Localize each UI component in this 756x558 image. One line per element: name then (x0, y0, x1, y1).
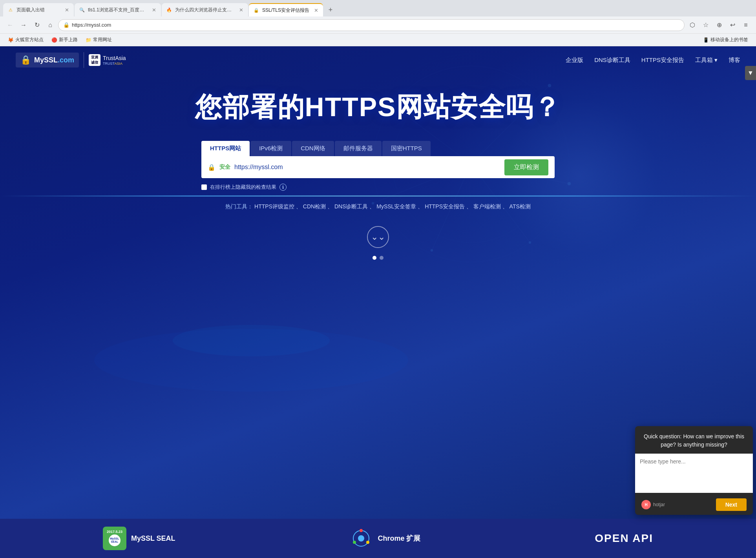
zoom-button[interactable]: ↩ (727, 20, 738, 31)
nav-dns[interactable]: DNS诊断工具 (594, 57, 630, 64)
trustasia-text-block: TrustAsia TRUSTASIA (103, 55, 126, 66)
tab-3-close[interactable]: ✕ (239, 7, 243, 13)
common-icon: 📁 (86, 37, 91, 43)
tab-4[interactable]: 🔒 SSL/TLS安全评估报告 ✕ (249, 3, 323, 16)
bottom-bar: 2017.5.23 MySSLSEAL MySSL SEAL (0, 519, 756, 558)
hotjar-label: hotjar (653, 502, 665, 507)
bookmark-firefox-label: 火狐官方站点 (15, 36, 44, 43)
sep-6: 、 (502, 203, 508, 210)
bookmark-firefox[interactable]: 🦊 火狐官方站点 (5, 36, 47, 44)
search-button[interactable]: 立即检测 (504, 159, 548, 175)
bookmark-newbie-label: 新手上路 (59, 36, 78, 43)
tab-2-title: tls1.1浏览器不支持_百度搜索 (88, 7, 147, 13)
dot-2[interactable] (380, 256, 383, 260)
tool-dns[interactable]: DNS诊断工具 (334, 203, 368, 210)
tool-client[interactable]: 客户端检测 (473, 203, 501, 210)
address-lock-icon: 🔒 (63, 22, 69, 28)
site-nav-links: 企业版 DNS诊断工具 HTTPS安全报告 工具箱 ▾ 博客 (566, 57, 740, 64)
nav-blog[interactable]: 博客 (729, 57, 740, 64)
svg-point-23 (360, 529, 363, 532)
seal-text: MySSL SEAL (131, 534, 175, 543)
nav-https-report[interactable]: HTTPS安全报告 (641, 57, 684, 64)
new-tab-button[interactable]: + (324, 3, 337, 16)
myssl-page: 🔒 MySSL.com 亚洲诚信 TrustAsia TRUSTASIA (0, 46, 756, 558)
side-collapse-button[interactable]: ▼ (745, 66, 756, 80)
tool-cdn[interactable]: CDN检测 (303, 203, 326, 210)
tab-guomi[interactable]: 国密HTTPS (382, 141, 431, 156)
bookmark-mobile[interactable]: 📱 移动设备上的书签 (700, 36, 751, 44)
feedback-footer: H hotjar Next (635, 494, 753, 515)
logo-trustasia: 亚洲诚信 TrustAsia TRUSTASIA (89, 54, 126, 66)
hot-tools: 热门工具： HTTPS评级监控 、 CDN检测 、 DNS诊断工具 、 MySS… (225, 203, 531, 210)
bookmark-button[interactable]: ☆ (700, 20, 711, 31)
info-icon[interactable]: ℹ (279, 184, 287, 191)
logo-text: MySSL.com (34, 56, 74, 64)
search-container: HTTPS网站 IPv6检测 CDN网络 邮件服务器 国密HTTPS 🔒 安全 … (201, 141, 555, 191)
tool-ats[interactable]: ATS检测 (509, 203, 531, 210)
tab-2[interactable]: 🔍 tls1.1浏览器不支持_百度搜索 ✕ (75, 3, 161, 16)
feedback-widget: Quick question: How can we improve this … (635, 426, 753, 515)
tab-mail[interactable]: 邮件服务器 (335, 141, 382, 156)
reload-button[interactable]: ↻ (31, 20, 42, 31)
nav-enterprise[interactable]: 企业版 (566, 57, 583, 64)
tab-https[interactable]: HTTPS网站 (201, 141, 250, 156)
download-button[interactable]: ⊕ (714, 20, 725, 31)
tool-seal[interactable]: MySSL安全签章 (376, 203, 416, 210)
toolbar: ← → ↻ ⌂ 🔒 https://myssl.com ⬡ ☆ ⊕ ↩ ≡ (0, 16, 756, 34)
back-button[interactable]: ← (5, 20, 16, 31)
logo-lock-icon: 🔒 (20, 55, 31, 65)
svg-point-24 (366, 541, 369, 544)
dot-1[interactable] (373, 256, 376, 260)
next-button[interactable]: Next (716, 498, 747, 511)
tab-cdn[interactable]: CDN网络 (292, 141, 334, 156)
extensions-button[interactable]: ⬡ (687, 20, 698, 31)
site-logo: 🔒 MySSL.com 亚洲诚信 TrustAsia TRUSTASIA (16, 52, 126, 68)
logo-com: .com (58, 56, 74, 64)
tab-2-close[interactable]: ✕ (152, 7, 156, 13)
newbie-icon: 🔴 (51, 37, 57, 43)
tab-4-close[interactable]: ✕ (314, 7, 318, 13)
feedback-header: Quick question: How can we improve this … (635, 426, 753, 454)
home-button[interactable]: ⌂ (45, 20, 56, 31)
hero-title: 您部署的HTTPS网站安全吗？ (195, 89, 561, 125)
seal-icon: 2017.5.23 MySSLSEAL (103, 527, 126, 550)
sep-4: 、 (418, 203, 423, 210)
nav-toolbox-label: 工具箱 (695, 57, 713, 64)
sep-5: 、 (466, 203, 472, 210)
toolbar-right: ⬡ ☆ ⊕ ↩ ≡ (687, 20, 751, 31)
hotjar-branding: H hotjar (641, 500, 665, 509)
tab-1[interactable]: ⚠ 页面载入出错 ✕ (3, 3, 74, 16)
hotjar-icon: H (641, 500, 651, 509)
search-bar: 🔒 安全 立即检测 (201, 156, 555, 178)
trustasia-tagline: TRUSTASIA (103, 62, 126, 66)
search-input[interactable] (234, 164, 500, 171)
search-lock-icon: 🔒 (208, 164, 215, 171)
feedback-textarea[interactable] (635, 454, 753, 493)
tab-3[interactable]: 🔥 为什么四大浏览器停止支持TLS... ✕ (162, 3, 248, 16)
chrome-text: Chrome 扩展 (378, 534, 420, 543)
tab-lock-icon: 🔒 (254, 7, 259, 13)
svg-point-25 (353, 541, 356, 544)
hide-checkbox[interactable] (201, 184, 207, 190)
tab-bar: ⚠ 页面载入出错 ✕ 🔍 tls1.1浏览器不支持_百度搜索 ✕ 🔥 为什么四大… (0, 0, 756, 16)
bottom-api: OPEN API (595, 532, 653, 545)
scroll-indicator[interactable]: ⌄⌄ (367, 226, 389, 248)
tab-1-close[interactable]: ✕ (65, 7, 69, 13)
menu-button[interactable]: ≡ (740, 20, 751, 31)
slider-dots (373, 256, 383, 260)
bookmark-newbie[interactable]: 🔴 新手上路 (48, 36, 81, 44)
mobile-icon: 📱 (703, 37, 709, 43)
forward-button[interactable]: → (18, 20, 29, 31)
bottom-seal: 2017.5.23 MySSLSEAL MySSL SEAL (103, 527, 175, 550)
collapse-icon: ▼ (747, 69, 754, 77)
tab-ipv6[interactable]: IPv6检测 (250, 141, 291, 156)
address-url: https://myssl.com (72, 22, 679, 28)
nav-toolbox[interactable]: 工具箱 ▾ (695, 57, 718, 64)
address-bar[interactable]: 🔒 https://myssl.com (58, 19, 685, 31)
bookmark-common[interactable]: 📁 常用网址 (82, 36, 115, 44)
tool-https-monitor[interactable]: HTTPS评级监控 (254, 203, 294, 210)
search-tabs: HTTPS网站 IPv6检测 CDN网络 邮件服务器 国密HTTPS (201, 141, 555, 156)
bookmark-common-label: 常用网址 (93, 36, 112, 43)
tool-https-report[interactable]: HTTPS安全报告 (425, 203, 465, 210)
chevron-down-icon: ▾ (714, 57, 718, 64)
